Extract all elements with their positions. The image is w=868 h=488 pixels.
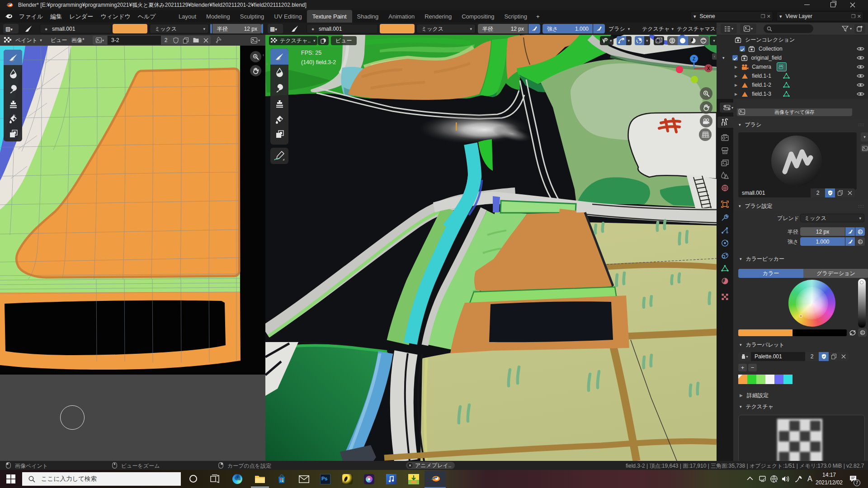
svg-text:Z: Z	[693, 56, 695, 61]
svg-text:X: X	[707, 66, 710, 71]
